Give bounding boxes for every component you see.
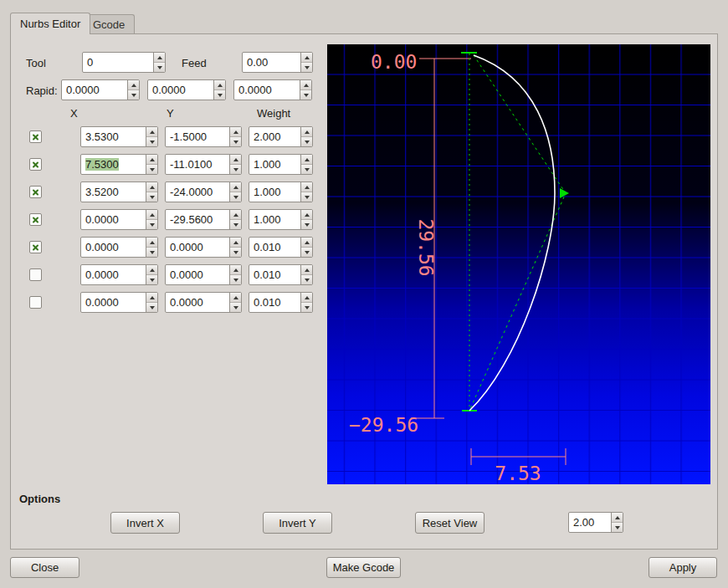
point-7-x-spinbox[interactable]: 0.0000: [80, 292, 158, 313]
spin-up-button[interactable]: [230, 265, 241, 275]
point-6-x-input[interactable]: 0.0000: [81, 265, 146, 284]
point-5-x-spinbox[interactable]: 0.0000: [80, 237, 158, 258]
tab-gcode[interactable]: Gcode: [83, 14, 135, 33]
point-6-checkbox[interactable]: [29, 268, 42, 281]
spin-down-button[interactable]: [300, 90, 311, 100]
scale-spinbox[interactable]: 2.00: [568, 512, 623, 533]
point-7-checkbox[interactable]: [29, 296, 42, 309]
point-4-x-input[interactable]: 0.0000: [81, 210, 146, 229]
point-7-y-input[interactable]: 0.0000: [166, 293, 229, 312]
spin-up-button[interactable]: [612, 513, 623, 523]
point-4-checkbox[interactable]: [29, 213, 42, 226]
spin-down-button[interactable]: [146, 137, 157, 146]
reset-view-button[interactable]: Reset View: [415, 512, 484, 534]
point-7-weight-input[interactable]: 0.010: [249, 293, 300, 312]
point-1-y-input[interactable]: -1.5000: [166, 127, 229, 146]
point-2-y-spinbox[interactable]: -11.0100: [165, 154, 242, 175]
spin-down-button[interactable]: [146, 192, 157, 202]
spin-up-button[interactable]: [146, 293, 157, 303]
spin-down-button[interactable]: [230, 137, 241, 146]
spin-down-button[interactable]: [128, 90, 139, 100]
spin-up-button[interactable]: [301, 293, 312, 303]
spin-up-button[interactable]: [301, 155, 312, 165]
point-5-x-input[interactable]: 0.0000: [81, 238, 146, 257]
point-7-x-input[interactable]: 0.0000: [81, 293, 146, 312]
point-3-weight-input[interactable]: 1.000: [249, 182, 300, 202]
point-2-checkbox[interactable]: [29, 158, 42, 171]
point-2-y-input[interactable]: -11.0100: [166, 155, 229, 174]
point-4-weight-input[interactable]: 1.000: [249, 210, 300, 229]
spin-up-button[interactable]: [146, 265, 157, 275]
point-3-y-spinbox[interactable]: -24.0000: [165, 182, 242, 202]
point-5-weight-input[interactable]: 0.010: [249, 238, 300, 257]
rapid-y-input[interactable]: 0.0000: [148, 80, 213, 100]
point-2-x-spinbox[interactable]: 7.5300: [80, 154, 158, 175]
point-3-x-spinbox[interactable]: 3.5200: [80, 182, 158, 202]
spin-up-button[interactable]: [230, 182, 241, 192]
spin-up-button[interactable]: [301, 265, 312, 275]
spin-up-button[interactable]: [230, 210, 241, 220]
spin-down-button[interactable]: [301, 137, 312, 146]
scale-input[interactable]: 2.00: [569, 513, 611, 532]
spin-up-button[interactable]: [301, 127, 312, 137]
spin-down-button[interactable]: [301, 275, 312, 284]
point-6-y-spinbox[interactable]: 0.0000: [165, 264, 242, 285]
rapid-x-spinbox[interactable]: 0.0000: [61, 79, 140, 100]
spin-up-button[interactable]: [146, 238, 157, 248]
tool-spinbox[interactable]: 0: [82, 52, 166, 73]
point-1-checkbox[interactable]: [29, 130, 42, 143]
point-5-y-input[interactable]: 0.0000: [166, 238, 229, 257]
spin-down-button[interactable]: [146, 303, 157, 312]
spin-down-button[interactable]: [230, 192, 241, 202]
spin-down-button[interactable]: [230, 275, 241, 284]
point-2-weight-spinbox[interactable]: 1.000: [249, 154, 313, 175]
spin-up-button[interactable]: [146, 127, 157, 137]
spin-up-button[interactable]: [230, 238, 241, 248]
point-7-y-spinbox[interactable]: 0.0000: [165, 292, 242, 313]
rapid-z-spinbox[interactable]: 0.0000: [233, 79, 312, 100]
spin-up-button[interactable]: [146, 155, 157, 165]
spin-up-button[interactable]: [300, 80, 311, 90]
feed-input[interactable]: 0.00: [243, 53, 300, 72]
point-3-checkbox[interactable]: [29, 186, 42, 198]
point-1-x-input[interactable]: 3.5300: [81, 127, 146, 146]
point-3-x-input[interactable]: 3.5200: [81, 182, 146, 202]
point-7-weight-spinbox[interactable]: 0.010: [249, 292, 313, 313]
point-6-weight-spinbox[interactable]: 0.010: [249, 264, 313, 285]
point-2-weight-input[interactable]: 1.000: [249, 155, 300, 174]
spin-down-button[interactable]: [154, 63, 165, 72]
apply-button[interactable]: Apply: [649, 557, 717, 578]
rapid-z-input[interactable]: 0.0000: [234, 80, 300, 100]
spin-up-button[interactable]: [128, 80, 139, 90]
spin-down-button[interactable]: [301, 63, 312, 72]
spin-down-button[interactable]: [301, 248, 312, 257]
rapid-x-input[interactable]: 0.0000: [62, 80, 127, 100]
invert-x-button[interactable]: Invert X: [110, 512, 180, 534]
spin-up-button[interactable]: [230, 127, 241, 137]
spin-down-button[interactable]: [301, 192, 312, 202]
spin-down-button[interactable]: [146, 248, 157, 257]
tab-nurbs-editor[interactable]: Nurbs Editor: [10, 13, 90, 34]
feed-spinbox[interactable]: 0.00: [242, 52, 313, 73]
close-button[interactable]: Close: [10, 557, 79, 578]
point-3-weight-spinbox[interactable]: 1.000: [249, 182, 313, 202]
point-4-x-spinbox[interactable]: 0.0000: [80, 209, 158, 230]
spin-up-button[interactable]: [146, 210, 157, 220]
spin-down-button[interactable]: [146, 220, 157, 229]
point-5-weight-spinbox[interactable]: 0.010: [249, 237, 313, 258]
point-3-y-input[interactable]: -24.0000: [166, 182, 229, 202]
rapid-y-spinbox[interactable]: 0.0000: [147, 79, 226, 100]
spin-down-button[interactable]: [301, 303, 312, 312]
point-5-checkbox[interactable]: [29, 241, 42, 253]
spin-down-button[interactable]: [301, 220, 312, 229]
spin-down-button[interactable]: [214, 90, 225, 100]
spin-down-button[interactable]: [146, 165, 157, 174]
spin-up-button[interactable]: [301, 53, 312, 63]
spin-up-button[interactable]: [301, 210, 312, 220]
point-4-y-input[interactable]: -29.5600: [166, 210, 229, 229]
point-5-y-spinbox[interactable]: 0.0000: [165, 237, 242, 258]
spin-up-button[interactable]: [301, 182, 312, 192]
point-6-x-spinbox[interactable]: 0.0000: [80, 264, 158, 285]
spin-down-button[interactable]: [612, 523, 623, 532]
point-6-y-input[interactable]: 0.0000: [166, 265, 229, 284]
